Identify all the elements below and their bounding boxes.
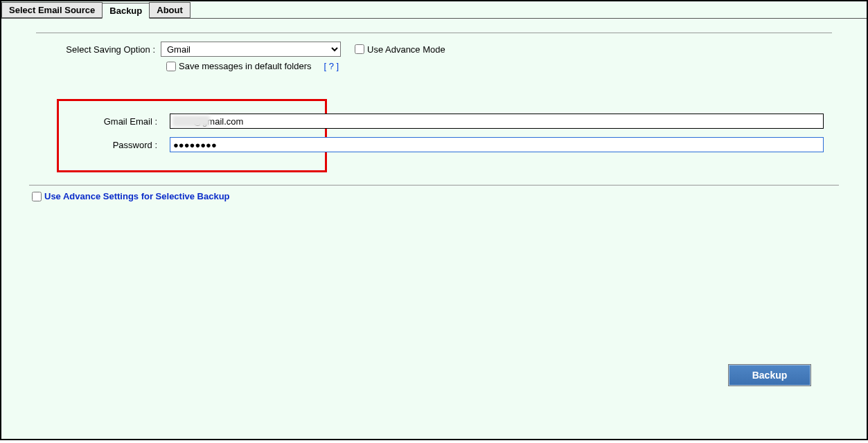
save-default-folders-label: Save messages in default folders <box>179 61 312 71</box>
saving-option-select[interactable]: Gmail <box>161 42 341 57</box>
advance-mode-checkbox[interactable] <box>355 44 364 54</box>
gmail-email-input[interactable] <box>170 114 824 129</box>
advance-settings-checkbox[interactable] <box>32 192 42 201</box>
save-default-folders-checkbox[interactable] <box>166 62 176 71</box>
advance-mode-label: Use Advance Mode <box>367 44 445 55</box>
tab-select-email-source[interactable]: Select Email Source <box>1 2 103 18</box>
password-input[interactable] <box>170 137 824 152</box>
password-label: Password : <box>66 140 163 150</box>
app-window: Select Email Source Backup About Select … <box>0 0 868 440</box>
backup-button[interactable]: Backup <box>728 364 811 386</box>
tab-label: Select Email Source <box>9 5 95 15</box>
help-link[interactable]: [ ? ] <box>324 61 339 71</box>
gmail-email-label: Gmail Email : <box>66 116 163 127</box>
divider <box>29 185 839 186</box>
tab-label: About <box>157 5 183 15</box>
tab-about[interactable]: About <box>149 2 191 18</box>
saving-option-section: Select Saving Option : Gmail Use Advance… <box>36 33 832 78</box>
tab-strip: Select Email Source Backup About <box>1 1 867 18</box>
tab-backup[interactable]: Backup <box>102 3 150 19</box>
advance-settings-label: Use Advance Settings for Selective Backu… <box>44 191 230 201</box>
tab-label: Backup <box>109 6 142 16</box>
tab-body-backup: Select Saving Option : Gmail Use Advance… <box>1 18 867 439</box>
saving-option-label: Select Saving Option : <box>36 44 161 55</box>
credentials-highlight-box: Gmail Email : Password : <box>57 99 327 172</box>
